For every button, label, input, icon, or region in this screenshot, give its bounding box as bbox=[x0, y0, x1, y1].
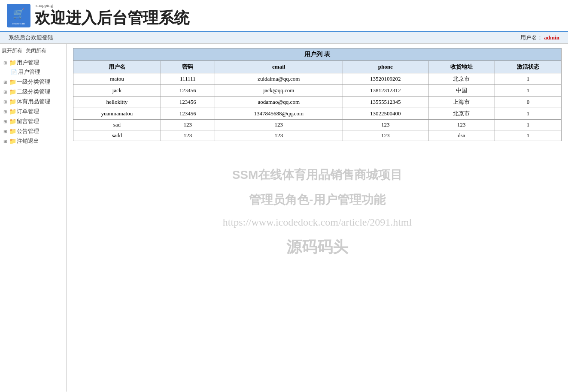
cell-phone: 123 bbox=[343, 120, 428, 130]
expand-icon-user: ⊞ bbox=[2, 59, 9, 66]
sidebar-group-orders: ⊞ 📁 订单管理 bbox=[2, 107, 64, 116]
sidebar-item-logout[interactable]: ⊞ 📁 注销退出 bbox=[2, 136, 64, 146]
welcome-text: 系统后台欢迎登陆 bbox=[9, 34, 53, 42]
cell-password: 123 bbox=[161, 120, 215, 130]
folder-icon-orders: 📁 bbox=[9, 108, 16, 115]
sidebar-label-cat1: 一级分类管理 bbox=[17, 78, 50, 86]
cell-username: hellokitty bbox=[73, 96, 161, 108]
cell-active: 0 bbox=[495, 96, 561, 108]
cell-email: aodamao@qq.com bbox=[215, 96, 343, 108]
sidebar-label-logout: 注销退出 bbox=[17, 137, 39, 145]
col-email: email bbox=[215, 61, 343, 73]
username-area: 用户名： admin bbox=[520, 34, 559, 42]
sidebar-actions: 展开所有 关闭所有 bbox=[2, 47, 64, 54]
sidebar-group-cat2: ⊞ 📁 二级分类管理 bbox=[2, 87, 64, 96]
sidebar-item-cat1[interactable]: ⊞ 📁 一级分类管理 bbox=[2, 77, 64, 87]
table-row: matou111111zuidaima@qq.com13520109202北京市… bbox=[73, 73, 562, 85]
sidebar-label-sports: 体育用品管理 bbox=[17, 98, 50, 106]
main-content: 用户列 表 用户名 密码 email phone 收货地址 激活状态 matou… bbox=[67, 44, 568, 392]
watermark-brand: 源码码头 bbox=[73, 237, 562, 258]
watermark-area: SSM在线体育用品销售商城项目 管理员角色-用户管理功能 https://www… bbox=[73, 150, 562, 275]
col-password: 密码 bbox=[161, 61, 215, 73]
folder-icon-sports: 📁 bbox=[9, 98, 16, 105]
expand-icon-announce: ⊞ bbox=[2, 128, 9, 135]
logo-text: shopping bbox=[36, 3, 53, 8]
collapse-all-button[interactable]: 关闭所有 bbox=[26, 47, 46, 54]
sidebar-item-messages[interactable]: ⊞ 📁 留言管理 bbox=[2, 117, 64, 126]
sidebar-label-cat2: 二级分类管理 bbox=[17, 88, 50, 96]
cell-address: 北京市 bbox=[428, 73, 495, 85]
cell-active: 1 bbox=[495, 108, 561, 120]
cell-address: 上海市 bbox=[428, 96, 495, 108]
user-table: 用户名 密码 email phone 收货地址 激活状态 matou111111… bbox=[73, 60, 562, 141]
cell-phone: 13022500400 bbox=[343, 108, 428, 120]
expand-icon-messages: ⊞ bbox=[2, 118, 9, 125]
table-row: sad1231231231231 bbox=[73, 120, 562, 130]
site-title: 欢迎进入后台管理系统 bbox=[35, 8, 189, 29]
sidebar-group-announce: ⊞ 📁 公告管理 bbox=[2, 127, 64, 136]
table-row: jack123456jack@qq.com13812312312中国1 bbox=[73, 85, 562, 96]
sidebar-label-user-child: 用户管理 bbox=[18, 68, 40, 76]
shopping-cart-icon: 🛒 online cart bbox=[7, 4, 30, 27]
cell-active: 1 bbox=[495, 85, 561, 96]
svg-text:online cart: online cart bbox=[12, 22, 25, 25]
sidebar-item-announce[interactable]: ⊞ 📁 公告管理 bbox=[2, 127, 64, 136]
cell-phone: 123 bbox=[343, 130, 428, 141]
svg-text:🛒: 🛒 bbox=[13, 8, 25, 19]
sidebar-group-cat1: ⊞ 📁 一级分类管理 bbox=[2, 77, 64, 87]
sidebar-label-messages: 留言管理 bbox=[17, 118, 39, 125]
username-label: 用户名： bbox=[520, 34, 543, 41]
sidebar-label-user-mgmt: 用户管理 bbox=[17, 59, 39, 66]
cell-active: 1 bbox=[495, 120, 561, 130]
expand-icon-orders: ⊞ bbox=[2, 108, 9, 115]
cell-password: 123456 bbox=[161, 96, 215, 108]
table-row: sadd123123123dsa1 bbox=[73, 130, 562, 141]
cell-phone: 13555512345 bbox=[343, 96, 428, 108]
sidebar-item-orders[interactable]: ⊞ 📁 订单管理 bbox=[2, 107, 64, 116]
sidebar-item-sports[interactable]: ⊞ 📁 体育用品管理 bbox=[2, 97, 64, 106]
cell-address: 123 bbox=[428, 120, 495, 130]
table-body: matou111111zuidaima@qq.com13520109202北京市… bbox=[73, 73, 562, 141]
cell-username: yuanmamatou bbox=[73, 108, 161, 120]
sidebar-group-logout: ⊞ 📁 注销退出 bbox=[2, 136, 64, 146]
cell-email: 123 bbox=[215, 130, 343, 141]
cell-password: 111111 bbox=[161, 73, 215, 85]
col-phone: phone bbox=[343, 61, 428, 73]
watermark-line1: SSM在线体育用品销售商城项目 bbox=[73, 167, 562, 183]
cell-password: 123456 bbox=[161, 108, 215, 120]
expand-all-button[interactable]: 展开所有 bbox=[2, 47, 22, 54]
folder-icon-user: 📁 bbox=[9, 59, 16, 66]
folder-icon-messages: 📁 bbox=[9, 118, 16, 125]
cell-email: 1347845688@qq.com bbox=[215, 108, 343, 120]
doc-icon-user: 📄 bbox=[10, 69, 17, 75]
table-section: 用户列 表 用户名 密码 email phone 收货地址 激活状态 matou… bbox=[73, 48, 562, 141]
sidebar-item-user-mgmt-child[interactable]: 📄 用户管理 bbox=[10, 67, 64, 77]
watermark-url: https://www.icodedock.com/article/2091.h… bbox=[73, 217, 562, 228]
layout: 展开所有 关闭所有 ⊞ 📁 用户管理 📄 用户管理 ⊞ 📁 一级分类管理 bbox=[0, 44, 568, 392]
watermark-line2: 管理员角色-用户管理功能 bbox=[73, 192, 562, 208]
sidebar: 展开所有 关闭所有 ⊞ 📁 用户管理 📄 用户管理 ⊞ 📁 一级分类管理 bbox=[0, 44, 67, 392]
sidebar-item-user-mgmt[interactable]: ⊞ 📁 用户管理 bbox=[2, 58, 64, 67]
expand-icon-cat2: ⊞ bbox=[2, 88, 9, 95]
sidebar-child-user: 📄 用户管理 bbox=[2, 67, 64, 77]
cell-email: 123 bbox=[215, 120, 343, 130]
sidebar-group-messages: ⊞ 📁 留言管理 bbox=[2, 117, 64, 126]
sidebar-label-orders: 订单管理 bbox=[17, 108, 39, 115]
sidebar-label-announce: 公告管理 bbox=[17, 127, 39, 135]
table-row: hellokitty123456aodamao@qq.com1355551234… bbox=[73, 96, 562, 108]
cell-phone: 13812312312 bbox=[343, 85, 428, 96]
cell-active: 1 bbox=[495, 73, 561, 85]
cell-username: sadd bbox=[73, 130, 161, 141]
folder-icon-announce: 📁 bbox=[9, 128, 16, 135]
cell-password: 123456 bbox=[161, 85, 215, 96]
cell-active: 1 bbox=[495, 130, 561, 141]
sidebar-group-user-mgmt: ⊞ 📁 用户管理 📄 用户管理 bbox=[2, 58, 64, 77]
sidebar-group-sports: ⊞ 📁 体育用品管理 bbox=[2, 97, 64, 106]
table-header-row: 用户名 密码 email phone 收货地址 激活状态 bbox=[73, 61, 562, 73]
folder-icon-cat1: 📁 bbox=[9, 78, 16, 85]
expand-icon-sports: ⊞ bbox=[2, 98, 9, 105]
cell-address: 中国 bbox=[428, 85, 495, 96]
sidebar-item-cat2[interactable]: ⊞ 📁 二级分类管理 bbox=[2, 87, 64, 96]
col-address: 收货地址 bbox=[428, 61, 495, 73]
expand-icon-logout: ⊞ bbox=[2, 138, 9, 145]
